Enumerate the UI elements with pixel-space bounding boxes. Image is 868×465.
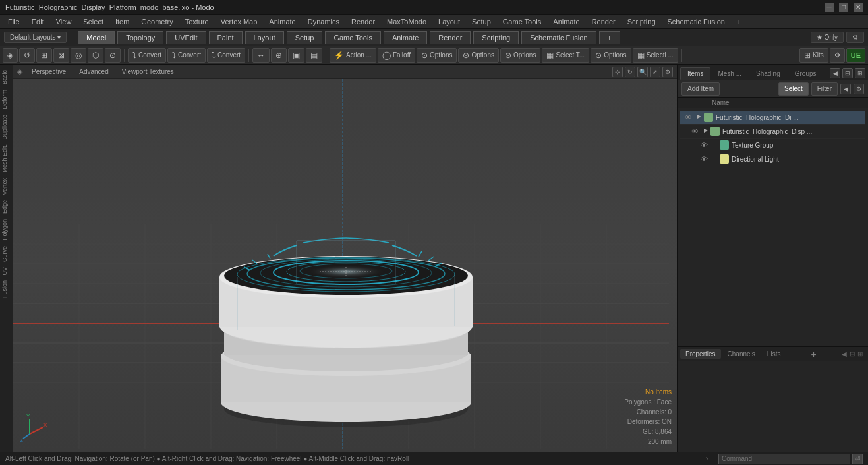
panel-collapse-btn[interactable]: ⊟ — [842, 68, 853, 78]
tab-add[interactable]: + — [599, 31, 620, 44]
menu-setup[interactable]: Setup — [467, 16, 496, 27]
tool-select3[interactable]: ⊞ — [36, 48, 52, 63]
visibility-icon4[interactable]: 👁 — [699, 154, 709, 164]
tab-mesh[interactable]: Mesh ... — [710, 67, 749, 80]
menu-geometry[interactable]: Geometry — [136, 16, 178, 27]
vp-advanced[interactable]: Advanced — [75, 67, 112, 77]
menu-animate[interactable]: Animate — [264, 16, 301, 27]
sidebar-item-duplicate[interactable]: Duplicate — [0, 112, 13, 142]
visibility-icon3[interactable]: 👁 — [699, 140, 709, 150]
menu-scripting[interactable]: Scripting — [622, 16, 661, 27]
tool-select1[interactable]: ◈ — [3, 48, 18, 63]
expand-icon[interactable] — [696, 113, 703, 121]
menu-item[interactable]: Item — [110, 16, 134, 27]
tab-animate[interactable]: Animate — [384, 31, 427, 44]
sidebar-item-fusion[interactable]: Fusion — [0, 278, 13, 301]
menu-maxtomodo[interactable]: MaxToModo — [382, 16, 432, 27]
menu-render[interactable]: Render — [346, 16, 380, 27]
add-item-button[interactable]: Add Item — [681, 82, 720, 96]
menu-vertex-map[interactable]: Vertex Map — [216, 16, 263, 27]
panel-toolbar-collapse[interactable]: ◀ — [840, 84, 851, 94]
prop-tab-channels[interactable]: Channels — [722, 349, 761, 359]
tool-plus-circle[interactable]: ⊕ — [271, 48, 287, 63]
expand-icon2[interactable] — [703, 127, 709, 135]
vp-ctrl3[interactable]: 🔍 — [637, 67, 648, 77]
panel-expand-btn[interactable]: ◀ — [830, 68, 840, 78]
sidebar-item-edge[interactable]: Edge — [0, 197, 13, 216]
tool-square-lines[interactable]: ▤ — [306, 48, 322, 63]
menu-dynamics[interactable]: Dynamics — [303, 16, 345, 27]
tool-arrow[interactable]: ↔ — [252, 48, 270, 63]
menu-add[interactable]: + — [732, 16, 746, 27]
vp-settings[interactable]: ⚙ — [662, 67, 673, 77]
options3-button[interactable]: ⊙ Options — [500, 48, 540, 63]
menu-layout[interactable]: Layout — [433, 16, 465, 27]
options2-button[interactable]: ⊙ Options — [458, 48, 498, 63]
list-item[interactable]: 👁 Texture Group — [680, 139, 865, 152]
prop-plus-button[interactable]: + — [807, 349, 821, 359]
menu-edit[interactable]: Edit — [26, 16, 49, 27]
tab-uvedit[interactable]: UVEdit — [166, 31, 206, 44]
tab-model[interactable]: Model — [78, 31, 115, 44]
viewport-toggle[interactable]: ◈ — [17, 67, 22, 76]
tool-select6[interactable]: ⬡ — [88, 48, 103, 63]
tool-square-dot[interactable]: ▣ — [288, 48, 304, 63]
prop-resize3[interactable]: ⊞ — [857, 350, 863, 357]
status-arrow[interactable]: › — [706, 455, 708, 462]
convert2-button[interactable]: ⤵ Convert — [167, 48, 206, 63]
ue-button[interactable]: UE — [846, 48, 865, 63]
kits-button[interactable]: ⊞ Kits — [799, 48, 828, 63]
tab-setup[interactable]: Setup — [287, 31, 323, 44]
vp-ctrl2[interactable]: ↻ — [625, 67, 635, 77]
select-t-button[interactable]: ▦ Select T... — [542, 48, 589, 63]
convert3-button[interactable]: ⤵ Convert — [207, 48, 245, 63]
prop-tab-properties[interactable]: Properties — [680, 349, 721, 359]
options1-button[interactable]: ⊙ Options — [417, 48, 457, 63]
sidebar-item-vertex[interactable]: Vertex — [0, 175, 13, 198]
command-input[interactable] — [718, 454, 850, 464]
filter-button[interactable]: Filter — [811, 82, 838, 96]
falloff-button[interactable]: ◯ Falloff — [378, 48, 415, 63]
prop-resize2[interactable]: ⊟ — [850, 350, 855, 357]
maximize-button[interactable]: □ — [839, 3, 848, 12]
menu-view[interactable]: View — [51, 16, 77, 27]
tool-select2[interactable]: ↺ — [19, 48, 35, 63]
selecti-button[interactable]: ▦ Selecti ... — [633, 48, 678, 63]
tab-topology[interactable]: Topology — [117, 31, 163, 44]
menu-file[interactable]: File — [3, 16, 25, 27]
options4-button[interactable]: ⊙ Options — [591, 48, 631, 63]
tab-groups[interactable]: Groups — [788, 67, 824, 80]
sidebar-item-curve[interactable]: Curve — [0, 243, 13, 264]
settings-button[interactable]: ⚙ — [846, 32, 864, 43]
tool-select5[interactable]: ◎ — [71, 48, 86, 63]
tab-schematic-fusion[interactable]: Schematic Fusion — [521, 31, 596, 44]
menu-game-tools[interactable]: Game Tools — [498, 16, 547, 27]
sidebar-item-deform[interactable]: Deform — [0, 87, 13, 112]
vp-maximize[interactable]: ⤢ — [650, 67, 660, 77]
tab-paint[interactable]: Paint — [209, 31, 243, 44]
prop-tab-lists[interactable]: Lists — [762, 349, 786, 359]
select-button[interactable]: Select — [778, 82, 809, 96]
convert1-button[interactable]: ⤵ Convert — [128, 48, 166, 63]
list-item[interactable]: 👁 Futuristic_Holographic_Di ... — [680, 111, 865, 125]
menu-schematic-fusion[interactable]: Schematic Fusion — [662, 16, 730, 27]
panel-expand2-btn[interactable]: ⊞ — [855, 68, 865, 78]
prop-resize1[interactable]: ◀ — [842, 350, 847, 357]
tab-render[interactable]: Render — [430, 31, 471, 44]
sidebar-item-uv[interactable]: UV — [0, 264, 13, 278]
sidebar-item-polygon[interactable]: Polygon — [0, 216, 13, 243]
close-button[interactable]: ✕ — [854, 3, 863, 12]
sidebar-item-basic[interactable]: Basic — [0, 67, 13, 87]
viewport[interactable]: ◈ Perspective Advanced Viewport Textures… — [13, 65, 677, 452]
preset-layouts-button[interactable]: Default Layouts ▾ — [4, 32, 67, 43]
vp-viewport-textures[interactable]: Viewport Textures — [118, 67, 178, 77]
minimize-button[interactable]: ─ — [825, 3, 834, 12]
vp-perspective[interactable]: Perspective — [28, 67, 70, 77]
tab-shading[interactable]: Shading — [749, 67, 788, 80]
command-submit[interactable]: ⏎ — [852, 454, 863, 464]
star-only-button[interactable]: ★ Only — [811, 32, 844, 43]
tab-items[interactable]: Items — [680, 67, 710, 80]
tab-game-tools[interactable]: Game Tools — [325, 31, 381, 44]
tab-scripting[interactable]: Scripting — [473, 31, 519, 44]
list-item[interactable]: 👁 Futuristic_Holographic_Disp ... — [680, 125, 865, 139]
